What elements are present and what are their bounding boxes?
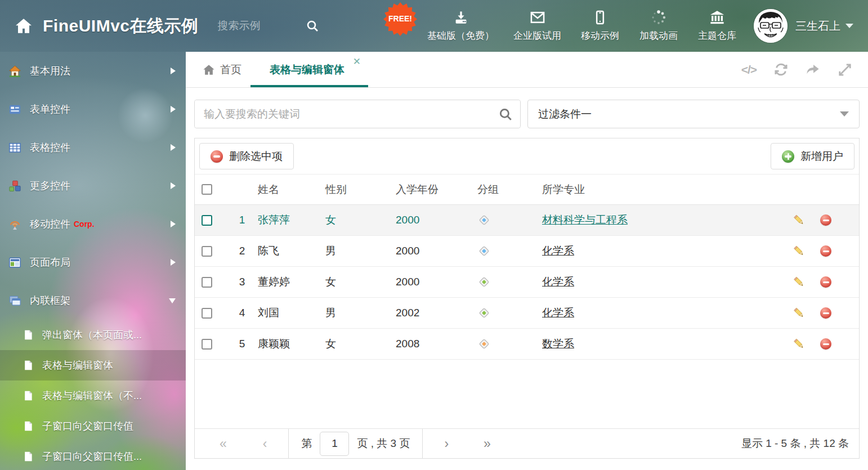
header-search-input[interactable] — [218, 20, 302, 32]
link-theme-repository[interactable]: 主题仓库 — [697, 10, 737, 42]
delete-row-icon[interactable] — [820, 338, 831, 350]
chevron-down-icon — [845, 24, 853, 28]
delete-row-icon[interactable] — [820, 245, 831, 257]
table-row: 3 董婷婷 女 2000 化学系 — [195, 267, 859, 298]
major-link[interactable]: 化学系 — [542, 307, 574, 319]
add-user-button[interactable]: 新增用户 — [771, 143, 854, 169]
chevron-right-icon — [171, 68, 176, 74]
sidebar-subitem-label: 表格与编辑窗体（不... — [42, 389, 142, 402]
tab-tools: </> — [741, 52, 860, 87]
link-enterprise-trial[interactable]: 企业版试用 — [513, 10, 561, 42]
link-basic-edition[interactable]: 基础版（免费） — [427, 10, 494, 42]
cell-year: 2000 — [396, 214, 477, 226]
cell-gender: 女 — [325, 275, 396, 289]
sidebar-item-more-controls[interactable]: 更多控件 — [0, 167, 186, 205]
sidebar-item-mobile-controls[interactable]: 移动控件 Corp. — [0, 205, 186, 243]
tag-icon — [477, 275, 542, 289]
keyword-search-input[interactable] — [195, 100, 520, 128]
row-checkbox[interactable] — [202, 215, 212, 226]
edit-icon[interactable] — [793, 307, 806, 320]
table-row: 2 陈飞 男 2000 化学系 — [195, 236, 859, 267]
tag-icon — [477, 306, 542, 320]
bank-icon — [709, 10, 726, 25]
sidebar-item-label: 基本用法 — [30, 64, 70, 78]
tab-label: 表格与编辑窗体 — [270, 62, 344, 77]
major-link[interactable]: 材料科学与工程系 — [542, 214, 628, 226]
select-all-checkbox[interactable] — [202, 184, 212, 195]
column-header-group: 分组 — [477, 182, 542, 197]
page-icon — [23, 420, 34, 432]
cell-name: 刘国 — [258, 306, 325, 320]
open-new-window-icon[interactable] — [806, 62, 821, 77]
row-index: 1 — [226, 214, 258, 226]
prev-page-button[interactable]: ‹ — [263, 437, 267, 450]
sidebar-item-grid-controls[interactable]: 表格控件 — [0, 128, 186, 167]
envelope-icon — [529, 10, 546, 25]
sidebar-item-iframe[interactable]: 内联框架 — [0, 281, 186, 320]
home-icon[interactable] — [15, 17, 33, 35]
edit-icon[interactable] — [793, 338, 806, 351]
avatar[interactable] — [754, 9, 788, 43]
page-number-input[interactable] — [320, 432, 349, 456]
sidebar-subitem-child-to-parent[interactable]: 子窗口向父窗口传值 — [0, 411, 186, 441]
table-row: 4 刘国 男 2002 化学系 — [195, 298, 859, 329]
page-icon — [23, 360, 34, 371]
major-link[interactable]: 数学系 — [542, 338, 574, 350]
major-link[interactable]: 化学系 — [542, 276, 574, 288]
delete-selected-button[interactable]: 删除选中项 — [199, 143, 294, 169]
fullscreen-icon[interactable] — [838, 62, 852, 77]
cell-gender: 女 — [325, 337, 396, 351]
sidebar-subitem-label: 表格与编辑窗体 — [42, 359, 113, 372]
cell-year: 2008 — [396, 338, 477, 350]
sidebar-item-form-controls[interactable]: 表单控件 — [0, 90, 186, 128]
edit-icon[interactable] — [793, 245, 806, 258]
sidebar-item-basic-usage[interactable]: 基本用法 — [0, 52, 186, 90]
sidebar-subitem-grid-edit-window-2[interactable]: 表格与编辑窗体（不... — [0, 381, 186, 411]
search-icon[interactable] — [498, 107, 513, 122]
filter-dropdown[interactable]: 过滤条件一 — [527, 100, 860, 128]
edit-icon[interactable] — [793, 214, 806, 227]
last-page-button[interactable]: » — [484, 437, 490, 450]
page-icon — [23, 390, 34, 401]
row-checkbox[interactable] — [202, 308, 212, 319]
cell-gender: 男 — [325, 244, 396, 258]
delete-row-icon[interactable] — [820, 276, 831, 288]
app-header: FineUIMvc在线示例 FREE! 基础版（免费） 企业版试用 — [0, 0, 868, 52]
row-checkbox[interactable] — [202, 339, 212, 350]
sidebar-subitem-child-to-parent-2[interactable]: 子窗口向父窗口传值... — [0, 441, 186, 470]
next-page-button[interactable]: › — [444, 437, 449, 450]
column-header-gender: 性别 — [325, 182, 396, 197]
chevron-right-icon — [171, 182, 176, 189]
sidebar-item-page-layout[interactable]: 页面布局 — [0, 243, 186, 281]
content-area: 过滤条件一 删除选中项 新增用户 姓名 性别 入学年份 — [186, 88, 868, 470]
delete-row-icon[interactable] — [820, 214, 831, 226]
link-loading-animations[interactable]: 加载动画 — [639, 10, 678, 42]
tab-grid-edit-window[interactable]: 表格与编辑窗体 ✕ — [250, 52, 368, 87]
sidebar-item-label: 更多控件 — [30, 179, 70, 193]
search-icon[interactable] — [306, 19, 319, 33]
sidebar-subitem-popup-window[interactable]: 弹出窗体（本页面或... — [0, 320, 186, 350]
refresh-icon[interactable] — [773, 62, 789, 77]
link-mobile-examples[interactable]: 移动示例 — [580, 10, 620, 42]
edit-icon[interactable] — [793, 276, 806, 289]
delete-row-icon[interactable] — [820, 307, 831, 319]
link-label: 加载动画 — [639, 29, 678, 42]
button-label: 新增用户 — [800, 149, 843, 164]
row-checkbox[interactable] — [202, 277, 212, 288]
sidebar-item-label: 移动控件 — [30, 217, 70, 231]
cubes-icon — [8, 180, 21, 193]
filter-row: 过滤条件一 — [194, 100, 860, 128]
row-index: 3 — [226, 276, 258, 288]
row-checkbox[interactable] — [202, 246, 212, 257]
close-icon[interactable]: ✕ — [353, 57, 361, 66]
first-page-button[interactable]: « — [220, 437, 226, 450]
tag-icon — [477, 213, 542, 227]
user-menu[interactable]: 三生石上 — [795, 19, 853, 34]
view-source-icon[interactable]: </> — [741, 63, 757, 77]
page-icon — [23, 451, 34, 462]
tab-home[interactable]: 首页 — [194, 52, 250, 87]
major-link[interactable]: 化学系 — [542, 245, 574, 257]
row-index: 2 — [226, 245, 258, 257]
sidebar-subitem-grid-edit-window[interactable]: 表格与编辑窗体 — [0, 350, 186, 381]
cell-name: 康颖颖 — [258, 337, 325, 351]
